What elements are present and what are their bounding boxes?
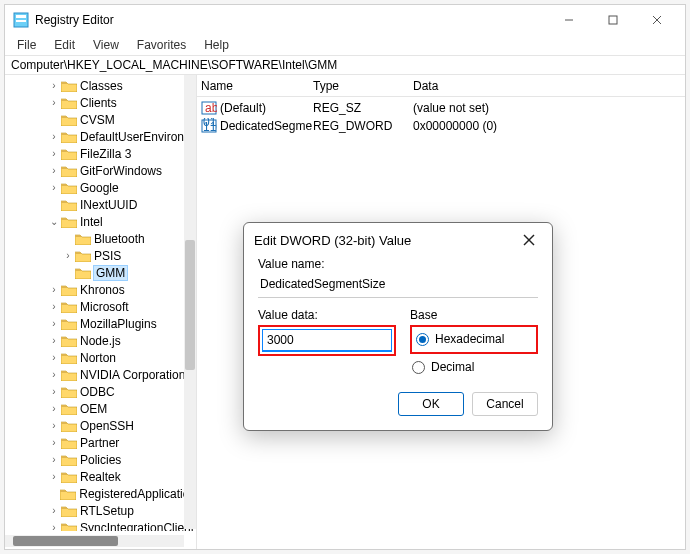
highlight-base: Hexadecimal	[410, 325, 538, 354]
dialog-titlebar: Edit DWORD (32-bit) Value	[244, 223, 552, 257]
radio-hexadecimal[interactable]: Hexadecimal	[416, 332, 528, 346]
radio-dec-label: Decimal	[431, 360, 474, 374]
ok-button[interactable]: OK	[398, 392, 464, 416]
edit-dword-dialog: Edit DWORD (32-bit) Value Value name: De…	[243, 222, 553, 431]
base-label: Base	[410, 308, 538, 322]
value-data-input[interactable]	[262, 329, 392, 352]
dialog-title: Edit DWORD (32-bit) Value	[254, 233, 516, 248]
radio-icon	[416, 333, 429, 346]
highlight-value-data	[258, 325, 396, 356]
dialog-backdrop: Edit DWORD (32-bit) Value Value name: De…	[0, 0, 690, 554]
radio-hex-label: Hexadecimal	[435, 332, 504, 346]
dialog-close-button[interactable]	[516, 227, 542, 253]
value-name-label: Value name:	[258, 257, 538, 271]
value-data-label: Value data:	[258, 308, 396, 322]
radio-icon	[412, 361, 425, 374]
radio-decimal[interactable]: Decimal	[412, 360, 532, 374]
cancel-button[interactable]: Cancel	[472, 392, 538, 416]
value-name-field[interactable]: DedicatedSegmentSize	[258, 275, 538, 298]
